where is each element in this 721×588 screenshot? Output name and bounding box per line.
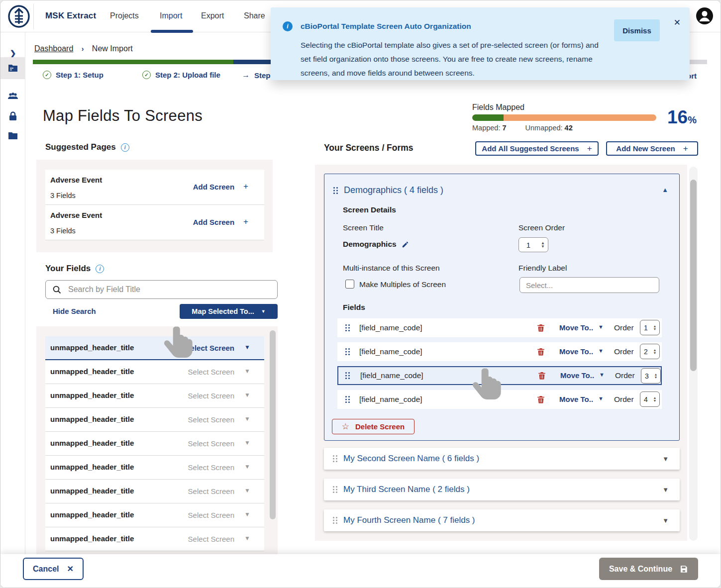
screen-card-fourth[interactable]: My Fourth Screen Name ( 7 fields ) ▼ xyxy=(324,509,680,531)
edit-pencil-icon[interactable] xyxy=(402,241,409,248)
screen-order-label: Screen Order xyxy=(518,223,565,232)
info-icon[interactable]: i xyxy=(96,265,104,273)
screen-field-row[interactable]: [field_name_code] Move To.. ▼ Order 1 ▲▼ xyxy=(337,318,662,337)
field-row[interactable]: unmapped_header_title Select Screen ▼ xyxy=(45,384,264,408)
field-row[interactable]: unmapped_header_title Select Screen ▼ xyxy=(45,336,264,360)
nav-export[interactable]: Export xyxy=(201,11,224,20)
order-stepper[interactable]: 3 ▲▼ xyxy=(641,368,661,384)
nav-share[interactable]: Share xyxy=(244,11,265,20)
move-to-dropdown[interactable]: Move To.. xyxy=(559,395,593,403)
screen-order-stepper[interactable]: 1 ▲▼ xyxy=(518,237,548,252)
nav-import[interactable]: Import xyxy=(160,11,182,20)
screen-order-value: 1 xyxy=(519,241,538,249)
add-new-screen-button[interactable]: Add New Screen+ xyxy=(606,141,698,156)
add-all-suggested-screens-button[interactable]: Add All Suggested Screens+ xyxy=(475,141,599,156)
order-stepper[interactable]: 2 ▲▼ xyxy=(640,344,660,359)
chevron-down-icon: ▼ xyxy=(244,392,250,398)
drag-handle-icon[interactable] xyxy=(345,324,350,331)
step-1[interactable]: ✓ Step 1: Setup xyxy=(43,71,103,79)
drag-handle-icon[interactable] xyxy=(345,372,350,379)
fields-mapped-counts: Mapped: 7 Unmapped: 42 xyxy=(472,124,573,132)
move-to-dropdown[interactable]: Move To.. xyxy=(559,347,593,356)
add-screen-link[interactable]: Add Screen+ xyxy=(193,217,248,227)
map-selected-to-button[interactable]: Map Selected To...▼ xyxy=(180,304,278,319)
search-input[interactable] xyxy=(68,285,247,294)
nav-projects[interactable]: Projects xyxy=(110,11,139,20)
step-2-label: Step 2: Upload file xyxy=(155,71,220,79)
move-to-dropdown[interactable]: Move To.. xyxy=(559,323,593,332)
chevron-down-icon[interactable]: ▼ xyxy=(662,455,669,463)
stepper-arrows-icon[interactable]: ▲▼ xyxy=(538,241,548,248)
select-screen-dropdown[interactable]: Select Screen xyxy=(188,535,234,543)
field-row[interactable]: unmapped_header_title Select Screen ▼ xyxy=(45,480,264,503)
banner-body: Selecting the cBioPortal template also g… xyxy=(301,38,609,80)
field-row[interactable]: unmapped_header_title Select Screen ▼ xyxy=(45,527,264,551)
drag-handle-icon[interactable] xyxy=(333,455,337,462)
delete-screen-button[interactable]: ☆ Delete Screen xyxy=(332,419,414,434)
close-icon[interactable]: ✕ xyxy=(674,17,681,28)
field-row[interactable]: unmapped_header_title Select Screen ▼ xyxy=(45,456,264,480)
select-screen-dropdown[interactable]: Select Screen xyxy=(188,511,234,519)
drag-handle-icon[interactable] xyxy=(345,348,350,355)
screen-card-second[interactable]: My Second Screen Name ( 6 fields ) ▼ xyxy=(324,448,680,470)
save-continue-button[interactable]: Save & Continue xyxy=(599,558,698,580)
drag-handle-icon[interactable] xyxy=(345,396,350,403)
add-screen-link[interactable]: Add Screen+ xyxy=(193,182,248,192)
cancel-button[interactable]: Cancel ✕ xyxy=(23,558,84,580)
order-stepper[interactable]: 1 ▲▼ xyxy=(640,320,660,335)
sidebar-item-security[interactable] xyxy=(0,106,25,126)
trash-icon[interactable] xyxy=(536,395,545,404)
stepper-arrows-icon[interactable]: ▲▼ xyxy=(651,325,658,331)
stepper-arrows-icon[interactable]: ▲▼ xyxy=(651,396,658,402)
trash-icon[interactable] xyxy=(536,323,545,332)
trash-icon[interactable] xyxy=(537,371,546,380)
screen-card-third[interactable]: My Third Screen Name ( 2 fields ) ▼ xyxy=(324,479,680,500)
drag-handle-icon[interactable] xyxy=(333,187,338,194)
msk-logo-icon[interactable] xyxy=(5,4,32,28)
your-screens-title: Your Screens / Forms xyxy=(324,143,413,153)
plus-icon: + xyxy=(587,144,592,154)
sidebar-item-users[interactable] xyxy=(0,86,25,106)
demographics-header[interactable]: Demographics ( 4 fields ) xyxy=(333,185,443,196)
sidebar-item-folders[interactable] xyxy=(0,126,25,146)
select-screen-dropdown[interactable]: Select Screen xyxy=(188,368,234,376)
drag-handle-icon[interactable] xyxy=(333,517,337,524)
field-row[interactable]: unmapped_header_title Select Screen ▼ xyxy=(45,503,264,527)
chevron-down-icon[interactable]: ▼ xyxy=(662,517,669,524)
hide-search-link[interactable]: Hide Search xyxy=(53,307,96,315)
drag-handle-icon[interactable] xyxy=(333,486,337,493)
select-screen-dropdown[interactable]: Select Screen xyxy=(188,487,234,495)
select-screen-dropdown[interactable]: Select Screen xyxy=(188,392,234,400)
chevron-up-icon[interactable]: ▲ xyxy=(662,186,668,194)
suggested-pages-title: Suggested Pages i xyxy=(45,142,129,152)
field-name: unmapped_header_title xyxy=(50,534,134,543)
trash-icon[interactable] xyxy=(536,347,545,356)
select-screen-dropdown[interactable]: Select Screen xyxy=(188,463,234,472)
step-2[interactable]: ✓ Step 2: Upload file xyxy=(142,71,220,79)
list-scrollbar-thumb[interactable] xyxy=(270,330,276,519)
move-to-dropdown[interactable]: Move To.. xyxy=(560,371,594,380)
chevron-down-icon: ▼ xyxy=(244,463,250,470)
dismiss-button[interactable]: Dismiss xyxy=(614,19,660,41)
screen-field-row[interactable]: [field_name_code] Move To.. ▼ Order 2 ▲▼ xyxy=(337,342,662,361)
stepper-arrows-icon[interactable]: ▲▼ xyxy=(652,373,659,379)
stepper-arrows-icon[interactable]: ▲▼ xyxy=(651,349,658,355)
select-screen-dropdown[interactable]: Select Screen xyxy=(188,439,234,448)
select-screen-dropdown[interactable]: Select Screen xyxy=(188,415,234,424)
page-scrollbar-thumb[interactable] xyxy=(690,180,697,371)
page-scrollbar-track[interactable] xyxy=(689,167,698,541)
field-row[interactable]: unmapped_header_title Select Screen ▼ xyxy=(45,408,264,432)
field-row[interactable]: unmapped_header_title Select Screen ▼ xyxy=(45,432,264,456)
order-stepper[interactable]: 4 ▲▼ xyxy=(640,392,660,407)
user-avatar-icon[interactable] xyxy=(696,7,714,25)
order-label: Order xyxy=(615,371,635,380)
chevron-down-icon[interactable]: ▼ xyxy=(662,486,669,493)
field-row[interactable]: unmapped_header_title Select Screen ▼ xyxy=(45,360,264,384)
breadcrumb-dashboard-link[interactable]: Dashboard xyxy=(34,44,73,53)
mapped-count: 7 xyxy=(502,124,506,132)
info-icon: i xyxy=(283,21,293,31)
info-icon[interactable]: i xyxy=(121,143,129,152)
make-multiples-checkbox[interactable] xyxy=(345,280,354,289)
friendly-label-select[interactable]: Select... xyxy=(519,277,659,293)
sidebar-item-imports[interactable] xyxy=(0,57,25,79)
